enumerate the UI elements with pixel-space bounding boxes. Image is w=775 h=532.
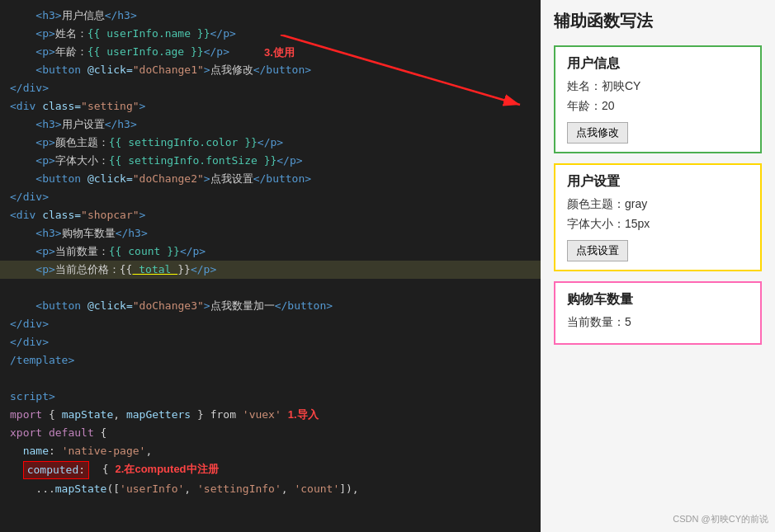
code-line-15: <p>当前总价格：{{ total }}</p>: [0, 261, 541, 279]
code-line-21: [0, 370, 541, 388]
code-line-23: mport { mapState, mapGetters } from 'vue…: [0, 406, 541, 424]
cart-count: 当前数量：5: [567, 315, 749, 330]
code-line-26: computed: { 2.在computed中注册: [0, 460, 541, 480]
code-line-7: <h3>用户设置</h3>: [0, 115, 541, 134]
user-info-name: 姓名：初映CY: [567, 79, 749, 94]
user-info-card-title: 用户信息: [567, 55, 749, 73]
dochange2-button[interactable]: 点我设置: [567, 240, 628, 261]
code-line-2: <p>姓名：{{ userInfo.name }}</p>: [0, 25, 541, 43]
dochange1-button[interactable]: 点我修改: [567, 122, 628, 144]
code-line-12: <div class="shopcar">: [0, 206, 541, 224]
code-line-11: </div>: [0, 188, 541, 206]
right-panel: 辅助函数写法 用户信息 姓名：初映CY 年龄：20 点我修改 用户设置 颜色主题…: [541, 0, 775, 532]
shopping-cart-card-title: 购物车数量: [567, 291, 749, 308]
code-line-22: script>: [0, 388, 541, 406]
csdn-watermark: CSDN @初映CY的前说: [673, 513, 768, 525]
user-setting-card-title: 用户设置: [567, 173, 749, 191]
code-line-25: name: 'native-page',: [0, 442, 541, 460]
annotation-step2: 2.在computed中注册: [116, 461, 219, 478]
code-line-14: <p>当前数量：{{ count }}</p>: [0, 242, 541, 261]
shopping-cart-card: 购物车数量 当前数量：5: [554, 281, 762, 345]
code-line-9: <p>字体大小：{{ settingInfo.fontSize }}</p>: [0, 152, 541, 170]
code-line-6: <div class="setting">: [0, 97, 541, 115]
code-line-17: <button @click="doChange3">点我数量加一</butto…: [0, 297, 541, 315]
code-line-8: <p>颜色主题：{{ settingInfo.color }}</p>: [0, 134, 541, 152]
right-panel-title: 辅助函数写法: [554, 10, 762, 32]
code-line-4: <button @click="doChange1">点我修改</button>…: [0, 61, 541, 79]
user-info-card: 用户信息 姓名：初映CY 年龄：20 点我修改: [554, 45, 762, 153]
annotation-step1: 1.导入: [288, 407, 319, 423]
code-line-19: </div>: [0, 333, 541, 351]
code-line-10: <button @click="doChange2">点我设置</button>: [0, 170, 541, 188]
setting-color: 颜色主题：gray: [567, 197, 749, 212]
user-setting-card: 用户设置 颜色主题：gray 字体大小：15px 点我设置: [554, 163, 762, 271]
annotation-step3: 3.使用: [264, 45, 295, 61]
code-line-16: [0, 279, 541, 297]
user-info-age: 年龄：20: [567, 99, 749, 114]
setting-fontsize: 字体大小：15px: [567, 217, 749, 232]
code-line-27: ...mapState(['userInfo', 'settingInfo', …: [0, 480, 541, 498]
code-line-1: <h3>用户信息</h3>: [0, 7, 541, 25]
code-line-18: </div>: [0, 315, 541, 333]
code-line-24: xport default {: [0, 424, 541, 442]
code-editor: <h3>用户信息</h3> <p>姓名：{{ userInfo.name }}<…: [0, 0, 541, 532]
code-line-13: <h3>购物车数量</h3>: [0, 224, 541, 242]
code-line-20: /template>: [0, 351, 541, 370]
code-line-5: </div>: [0, 79, 541, 97]
